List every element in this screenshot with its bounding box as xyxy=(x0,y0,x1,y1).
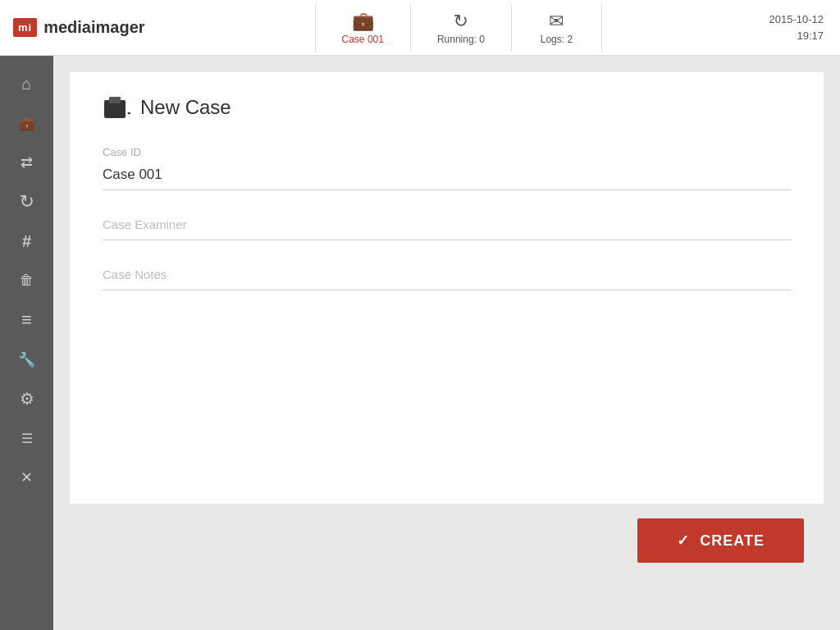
case-notes-group xyxy=(103,263,791,290)
sidebar-item-wrench[interactable]: 🔧 xyxy=(7,341,47,377)
sidebar: ⌂ 💼 ⇄ ↺ # 🗑 ≡ 🔧 ⚙ ☰ ✕ xyxy=(0,56,53,630)
body-area: ⌂ 💼 ⇄ ↺ # 🗑 ≡ 🔧 ⚙ ☰ ✕ + New Case xyxy=(0,56,840,630)
running-icon: ↺ xyxy=(454,11,468,32)
svg-text:+: + xyxy=(127,105,130,120)
card-footer: ✓ CREATE xyxy=(70,504,824,578)
case-icon: 💼 xyxy=(352,11,374,32)
header-time: 19:17 xyxy=(769,28,824,44)
new-case-card: + New Case Case ID xyxy=(70,72,824,578)
page-title: New Case xyxy=(140,96,231,119)
sidebar-item-home[interactable]: ⌂ xyxy=(7,66,47,102)
card-title: + New Case xyxy=(103,95,791,120)
case-examiner-group xyxy=(103,213,791,240)
sidebar-item-gear[interactable]: ⚙ xyxy=(7,381,47,417)
sidebar-item-list[interactable]: ≡ xyxy=(7,302,47,338)
nav-label-logs: Logs: 2 xyxy=(541,34,573,45)
create-button[interactable]: ✓ CREATE xyxy=(637,518,804,563)
sidebar-item-shuffle[interactable]: ⇄ xyxy=(7,144,47,180)
logo-text: mediaimager xyxy=(43,18,144,37)
logo-box: mi xyxy=(13,18,37,37)
new-case-icon: + xyxy=(103,95,130,120)
sidebar-item-briefcase[interactable]: 💼 xyxy=(7,105,47,141)
nav-label-case: Case 001 xyxy=(342,34,384,45)
header-datetime: 2015-10-12 19:17 xyxy=(753,11,841,43)
logo: mi mediaimager xyxy=(0,18,164,37)
case-id-label: Case ID xyxy=(103,146,791,158)
sidebar-item-trash[interactable]: 🗑 xyxy=(7,262,47,299)
header-date: 2015-10-12 xyxy=(769,11,824,28)
card-body: + New Case Case ID xyxy=(70,72,824,290)
nav-item-case[interactable]: 💼 Case 001 xyxy=(315,4,411,52)
sidebar-item-hash[interactable]: # xyxy=(7,223,47,259)
svg-rect-1 xyxy=(109,97,121,103)
nav-label-running: Running: 0 xyxy=(437,34,485,45)
logs-icon: ✉ xyxy=(549,11,564,32)
sidebar-item-close[interactable]: ✕ xyxy=(7,459,47,495)
case-examiner-input[interactable] xyxy=(103,213,791,240)
case-notes-input[interactable] xyxy=(103,263,791,290)
sidebar-item-undo[interactable]: ↺ xyxy=(7,184,47,220)
header-nav: 💼 Case 001 ↺ Running: 0 ✉ Logs: 2 xyxy=(164,4,753,52)
case-id-input[interactable] xyxy=(103,163,791,190)
main-content: + New Case Case ID xyxy=(53,56,840,630)
nav-item-running[interactable]: ↺ Running: 0 xyxy=(411,4,512,52)
sidebar-item-taskbar[interactable]: ☰ xyxy=(7,420,47,456)
nav-item-logs[interactable]: ✉ Logs: 2 xyxy=(512,4,602,52)
case-id-group: Case ID xyxy=(103,146,791,190)
header: mi mediaimager 💼 Case 001 ↺ Running: 0 ✉… xyxy=(0,0,840,56)
create-button-label: CREATE xyxy=(700,532,765,550)
checkmark-icon: ✓ xyxy=(677,532,690,550)
